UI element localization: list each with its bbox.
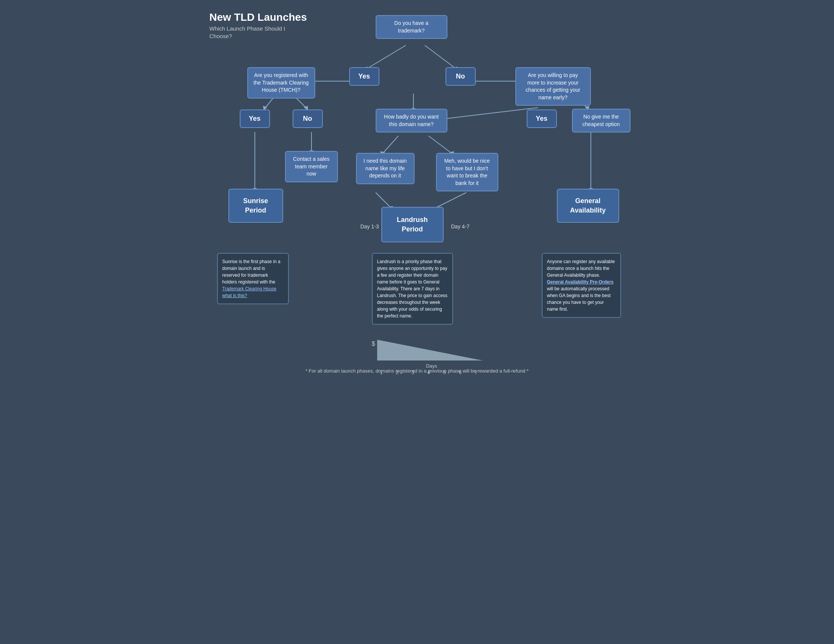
day47-label: Day 4-7 [451,223,470,229]
sunrise-period: Sunrise Period [228,189,283,223]
svg-line-22 [383,136,398,153]
title-block: New TLD Launches Which Launch Phase Shou… [210,11,307,40]
svg-line-24 [428,136,451,153]
yes-tmch-node: Yes [240,110,270,128]
how-badly: How badly do you want this domain name? [376,109,448,132]
life-depends: I need this domain name like my life dep… [356,153,415,184]
no-pay-node: No give me the cheapest option [572,109,630,132]
yes-pay-node: Yes [527,110,557,128]
day13-label: Day 1-3 [360,223,379,229]
footnote: * For all domain launch phases, domains … [210,368,625,374]
svg-marker-32 [377,340,483,360]
willing-pay: Are you willing to pay more to increase … [516,67,591,106]
svg-line-0 [368,45,406,68]
start-node: Do you have a trademark? [376,15,448,39]
tmch-link[interactable]: Trademark Clearing House [222,286,277,291]
yes-node: Yes [349,67,380,86]
contact-sales: Contact a sales team member now [285,151,338,182]
page-title: New TLD Launches [210,11,307,23]
ga-preorders-link[interactable]: General Availability Pre-Orders [547,279,614,285]
dollar-sign: $ [372,341,375,347]
what-is-this-link[interactable]: what is this? [222,293,247,298]
general-info: Anyone can register any available domain… [542,253,621,318]
svg-line-26 [376,192,391,208]
meh-node: Meh, would be nice to have but I don't w… [436,153,498,191]
no-node: No [446,67,476,86]
svg-line-28 [436,192,466,208]
general-availability: General Availability [557,189,619,223]
sunrise-info: Sunrise is the first phase in a domain l… [217,253,289,304]
svg-line-2 [425,45,455,68]
landrush-period: Landrush Period [381,207,444,242]
tmch-question: Are you registered with the Trademark Cl… [247,67,315,98]
no-tmch-node: No [293,110,323,128]
landrush-info: Landrush is a priority phase that gives … [372,253,453,324]
svg-line-18 [444,108,538,119]
page-subtitle: Which Launch Phase Should IChoose? [210,25,307,40]
